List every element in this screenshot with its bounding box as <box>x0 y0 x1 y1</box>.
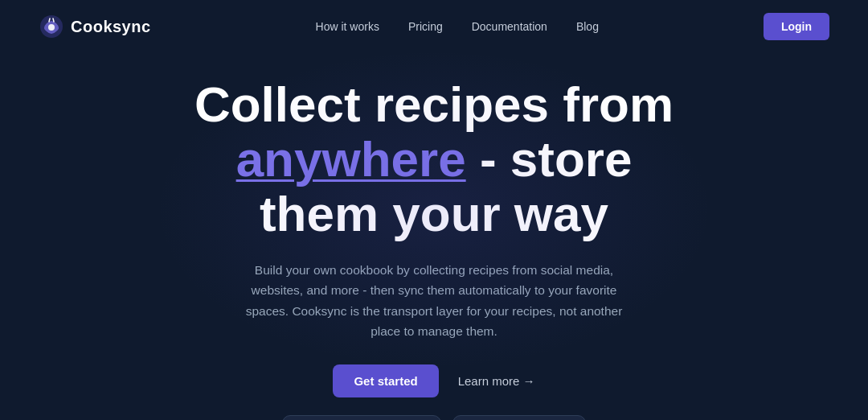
nav-link-how-it-works[interactable]: How it works <box>316 20 379 33</box>
learn-more-link[interactable]: Learn more → <box>458 374 535 388</box>
svg-point-1 <box>48 24 55 31</box>
headline-line1: Collect recipes from <box>194 76 674 132</box>
navbar: Cooksync How it works Pricing Documentat… <box>0 0 868 53</box>
headline-line3: them your way <box>260 186 608 241</box>
logo[interactable]: Cooksync <box>39 14 151 39</box>
headline-line2: - store <box>466 131 633 187</box>
login-button[interactable]: Login <box>764 13 829 40</box>
nav-link-pricing[interactable]: Pricing <box>408 20 443 33</box>
headline-anywhere: anywhere <box>236 131 466 187</box>
logo-text: Cooksync <box>71 18 151 36</box>
get-started-button[interactable]: Get started <box>333 364 438 397</box>
app-store-badge[interactable]: Download on the App Store <box>452 415 586 420</box>
chrome-store-badge[interactable]: Available in the Chrome Web Store <box>282 415 441 420</box>
cta-row: Get started Learn more → <box>333 364 534 397</box>
badges-row: Available in the Chrome Web Store Downlo… <box>282 415 586 420</box>
nav-link-documentation[interactable]: Documentation <box>472 20 547 33</box>
nav-link-blog[interactable]: Blog <box>576 20 599 33</box>
hero-section: Collect recipes from anywhere - store th… <box>0 53 868 420</box>
hero-headline: Collect recipes from anywhere - store th… <box>194 77 674 242</box>
nav-links: How it works Pricing Documentation Blog <box>316 20 599 33</box>
hero-subtext: Build your own cookbook by collecting re… <box>237 260 631 342</box>
logo-icon <box>39 14 64 39</box>
